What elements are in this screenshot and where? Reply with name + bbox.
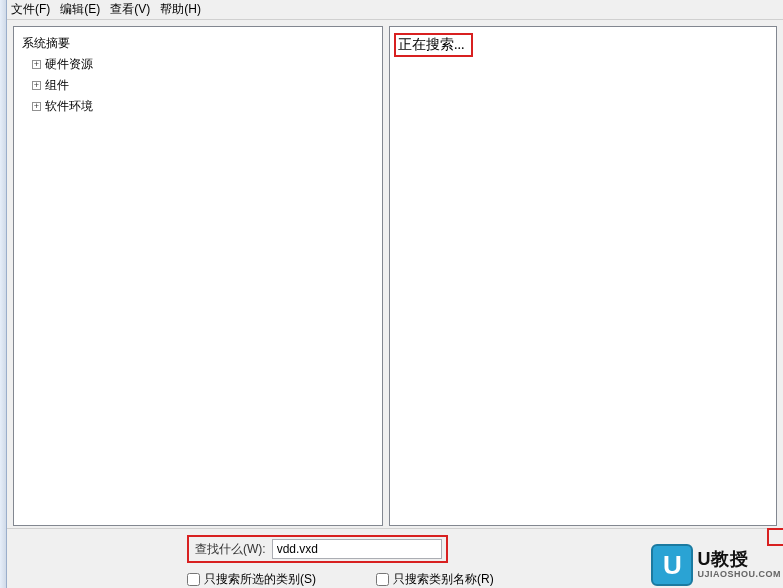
plus-icon[interactable]: + [32, 60, 41, 69]
tree-root[interactable]: 系统摘要 [18, 33, 378, 54]
search-status: 正在搜索... [394, 33, 473, 57]
detail-panel[interactable]: 正在搜索... [389, 26, 777, 526]
plus-icon[interactable]: + [32, 81, 41, 90]
checkbox-label: 只搜索所选的类别(S) [204, 571, 316, 588]
tree-node-software[interactable]: + 软件环境 [18, 96, 378, 117]
tree-node-hardware[interactable]: + 硬件资源 [18, 54, 378, 75]
search-input[interactable] [272, 539, 442, 559]
watermark-title: U教授 [697, 550, 781, 570]
plus-icon[interactable]: + [32, 102, 41, 111]
search-highlight: 查找什么(W): [187, 535, 448, 563]
checkbox-label: 只搜索类别名称(R) [393, 571, 494, 588]
tree-panel[interactable]: 系统摘要 + 硬件资源 + 组件 + 软件环境 [13, 26, 383, 526]
menu-edit[interactable]: 编辑(E) [60, 1, 100, 18]
checkbox-input[interactable] [187, 573, 200, 586]
checkbox-input[interactable] [376, 573, 389, 586]
watermark-badge-icon: U [651, 544, 693, 586]
watermark: U U教授 UJIAOSHOU.COM [651, 544, 781, 586]
checkbox-selected-only[interactable]: 只搜索所选的类别(S) [187, 571, 316, 588]
watermark-sub: UJIAOSHOU.COM [697, 570, 781, 580]
content-area: 系统摘要 + 硬件资源 + 组件 + 软件环境 正在搜索... [7, 20, 783, 528]
menu-help[interactable]: 帮助(H) [160, 1, 201, 18]
tree-node-label: 组件 [45, 77, 69, 94]
menu-file[interactable]: 文件(F) [11, 1, 50, 18]
window-left-edge [0, 0, 7, 588]
menubar: 文件(F) 编辑(E) 查看(V) 帮助(H) [7, 0, 783, 20]
menu-view[interactable]: 查看(V) [110, 1, 150, 18]
tree-node-label: 软件环境 [45, 98, 93, 115]
search-label: 查找什么(W): [189, 539, 272, 560]
checkbox-names-only[interactable]: 只搜索类别名称(R) [376, 571, 494, 588]
tree-node-components[interactable]: + 组件 [18, 75, 378, 96]
tree-node-label: 硬件资源 [45, 56, 93, 73]
